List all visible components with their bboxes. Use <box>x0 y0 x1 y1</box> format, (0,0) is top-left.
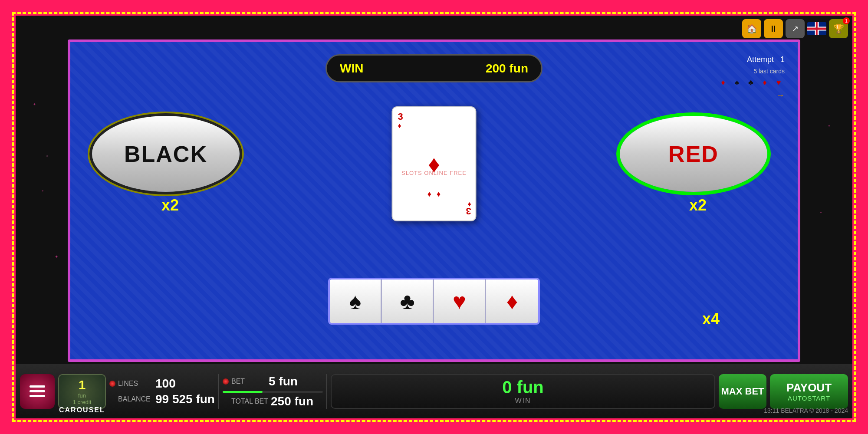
max-bet-button[interactable]: MAX BET <box>719 374 766 409</box>
lines-balance-group: LINES 100 BALANCE 99 525 fun <box>109 377 215 406</box>
lines-row: LINES 100 <box>109 377 215 391</box>
suit-choices: ♠ ♣ ♥ ♦ <box>328 278 540 325</box>
total-bet-label: TOTAL BET <box>231 398 268 405</box>
black-multiplier: x2 <box>92 196 248 214</box>
bet-value: 5 fun <box>269 375 321 388</box>
game-container: ✦ ✦ ✦ ✦ ✦ ⬡ 🏠 ⏸ ↗ 🏆 1 <box>16 16 852 418</box>
balance-row: BALANCE 99 525 fun <box>109 392 215 406</box>
attempt-info: Attempt 1 5 last cards ♦ ♠ ♣ ♦ ♥ → <box>717 55 785 100</box>
red-button[interactable]: RED <box>620 116 767 192</box>
last-cards-label: 5 last cards <box>717 68 785 75</box>
bet-row: BET 5 fun <box>223 375 323 388</box>
last-cards-arrow: → <box>717 90 785 100</box>
star-decoration: ✦ <box>820 211 822 214</box>
win-label: WIN <box>340 62 363 76</box>
hamburger-icon <box>30 385 45 397</box>
clubs-button[interactable]: ♣ <box>382 279 434 323</box>
win-label-bottom: WIN <box>515 397 531 405</box>
last-card-5: ♥ <box>773 76 785 89</box>
lines-dot <box>109 381 115 387</box>
bet-dot <box>223 378 229 385</box>
credit-value: 1 <box>79 378 86 392</box>
red-option: RED x2 <box>620 116 776 214</box>
game-panel: WIN 200 fun Attempt 1 5 last cards ♦ ♠ ♣… <box>68 39 800 362</box>
attempt-value: 1 <box>780 55 785 64</box>
export-button[interactable]: ↗ <box>786 19 805 38</box>
autostart-label: AUTOSTART <box>788 395 830 402</box>
total-bet-row: TOTAL BET 250 fun <box>223 395 323 408</box>
balance-value: 99 525 fun <box>155 392 215 406</box>
star-decoration: ✦ <box>33 102 36 106</box>
last-card-2: ♠ <box>731 76 743 89</box>
star-decoration: ✦ <box>42 189 44 192</box>
last-card-4: ♦ <box>759 76 771 89</box>
bet-progress-bar <box>223 391 323 393</box>
black-button-label: BLACK <box>124 141 207 167</box>
hearts-button[interactable]: ♥ <box>434 279 486 323</box>
win-amount-bottom: 0 fun <box>502 378 544 397</box>
bet-label: BET <box>231 378 266 385</box>
star-decoration: ✦ <box>55 254 58 259</box>
trophy-button[interactable]: 🏆 1 <box>829 19 848 38</box>
black-option: BLACK x2 <box>92 116 248 214</box>
red-multiplier: x2 <box>620 196 776 214</box>
card-watermark: SLOTS ONLINE FREE <box>401 169 467 176</box>
language-button[interactable] <box>807 19 826 38</box>
lines-label: LINES <box>118 380 153 388</box>
bottom-bar: 1 fun 1 credit LINES 100 BALANCE 99 525 … <box>16 364 852 418</box>
footer-info: 13:11 BELATRA © 2018 - 2024 <box>764 407 848 414</box>
card-bottom-suits: ♦♦ <box>427 190 441 199</box>
card-rank-top: 3 ♦ <box>398 112 403 130</box>
balance-label: BALANCE <box>118 395 153 403</box>
card-suit-top: ♦ <box>398 122 403 130</box>
divider-2 <box>326 374 327 409</box>
payout-label: PAYOUT <box>786 381 832 395</box>
credit-display: 1 fun 1 credit <box>58 374 106 409</box>
win-display-bottom: 0 fun WIN <box>331 374 715 409</box>
outer-frame: ✦ ✦ ✦ ✦ ✦ ⬡ 🏠 ⏸ ↗ 🏆 1 <box>0 0 868 434</box>
win-display: WIN 200 fun <box>326 54 542 82</box>
attempt-label: Attempt <box>747 55 774 64</box>
home-button[interactable]: 🏠 <box>742 19 761 38</box>
win-value: 200 fun <box>486 62 528 76</box>
star-decoration: ✦ <box>828 124 831 128</box>
diamonds-button[interactable]: ♦ <box>486 279 538 323</box>
card-rank-bottom: 3 <box>466 206 471 216</box>
top-bar: 🏠 ⏸ ↗ 🏆 1 <box>742 16 852 42</box>
lines-value: 100 <box>155 377 207 391</box>
menu-button[interactable] <box>20 374 55 409</box>
star-decoration: ⬡ <box>46 155 48 157</box>
last-cards-row: ♦ ♠ ♣ ♦ ♥ <box>717 76 785 89</box>
total-bet-value: 250 fun <box>271 395 323 408</box>
credit-unit: fun <box>78 392 86 399</box>
last-card-3: ♣ <box>745 76 757 89</box>
divider-1 <box>218 374 219 409</box>
credit-info: 1 credit <box>73 399 92 405</box>
black-button[interactable]: BLACK <box>92 116 240 192</box>
game-name: CAROUSEL <box>59 406 105 414</box>
playing-card: 3 ♦ ♦ SLOTS ONLINE FREE ♦ 3 ♦♦ <box>392 106 477 221</box>
bet-progress-fill <box>223 391 263 393</box>
red-button-label: RED <box>668 141 719 167</box>
bet-group: BET 5 fun TOTAL BET 250 fun <box>223 375 323 408</box>
pause-button[interactable]: ⏸ <box>764 19 783 38</box>
suit-multiplier: x4 <box>702 310 720 328</box>
last-card-1: ♦ <box>717 76 729 89</box>
payout-button[interactable]: PAYOUT AUTOSTART <box>770 374 848 409</box>
trophy-badge: 1 <box>843 17 850 24</box>
spades-button[interactable]: ♠ <box>330 279 382 323</box>
